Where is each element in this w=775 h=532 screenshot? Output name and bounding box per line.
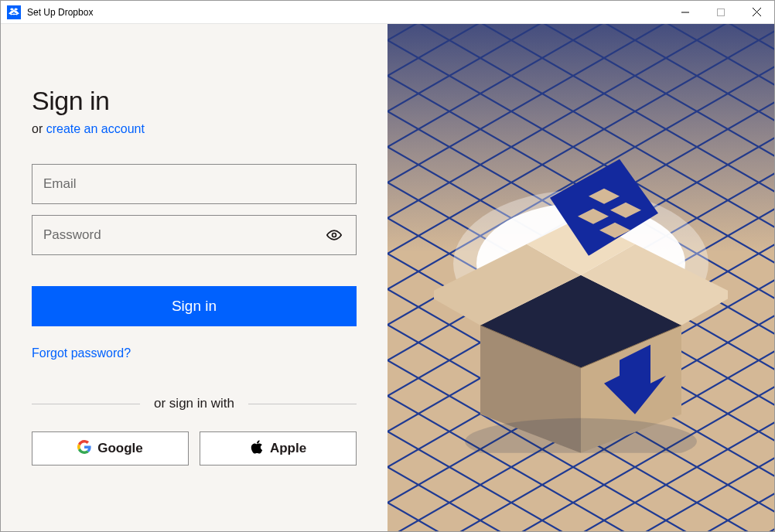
apple-signin-button[interactable]: Apple (200, 431, 357, 466)
page-title: Sign in (32, 86, 357, 116)
signin-button[interactable]: Sign in (32, 286, 357, 326)
illustration-panel (388, 24, 774, 531)
show-password-icon[interactable] (323, 227, 345, 243)
google-label: Google (97, 441, 143, 456)
signin-panel: Sign in or create an account Sign in For… (1, 24, 388, 531)
close-button[interactable] (739, 1, 774, 23)
minimize-button[interactable] (667, 1, 703, 23)
window-controls (667, 1, 774, 23)
apple-label: Apple (270, 441, 306, 456)
divider-line-right (248, 404, 357, 404)
titlebar: Set Up Dropbox (1, 1, 774, 24)
or-text: or (32, 122, 46, 135)
email-field-wrap (32, 164, 357, 204)
google-signin-button[interactable]: Google (32, 431, 189, 466)
forgot-password-link[interactable]: Forgot password? (32, 346, 357, 360)
svg-rect-1 (718, 9, 725, 15)
content-area: Sign in or create an account Sign in For… (1, 24, 774, 531)
svg-point-4 (333, 234, 336, 237)
dropbox-icon (7, 5, 21, 19)
subline: or create an account (32, 122, 357, 136)
window-title: Set Up Dropbox (27, 7, 667, 18)
divider: or sign in with (32, 396, 357, 411)
email-field[interactable] (43, 165, 345, 203)
app-window: Set Up Dropbox Sign in or create an acco… (0, 0, 775, 532)
maximize-button (703, 1, 739, 23)
social-row: Google Apple (32, 431, 357, 466)
divider-text: or sign in with (154, 396, 234, 411)
divider-line-left (32, 404, 140, 404)
apple-icon (250, 439, 264, 459)
svg-point-10 (465, 418, 697, 453)
google-icon (77, 440, 91, 458)
create-account-link[interactable]: create an account (46, 122, 145, 135)
password-field[interactable] (43, 216, 323, 254)
password-field-wrap (32, 215, 357, 255)
box-illustration (434, 128, 728, 453)
